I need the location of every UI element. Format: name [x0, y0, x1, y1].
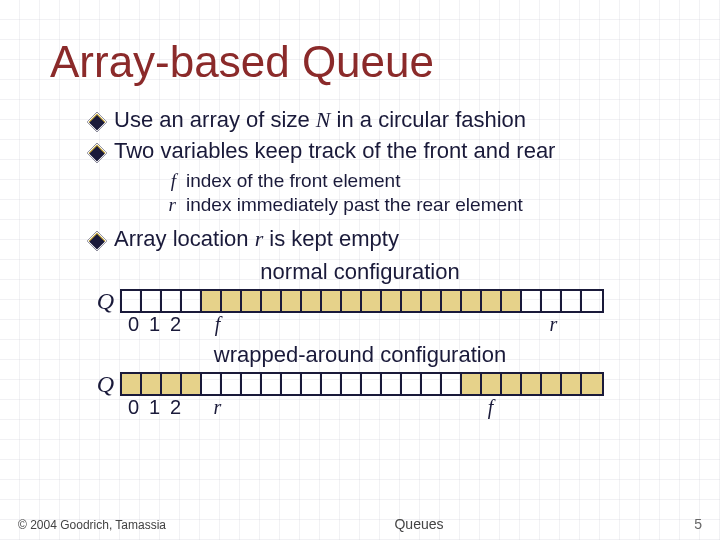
- array-cell: [522, 374, 542, 394]
- marker: [417, 397, 438, 417]
- marker: [522, 314, 543, 334]
- array-bar: [120, 372, 604, 396]
- array-cell: [522, 291, 542, 311]
- array-diagram-wrapped: Q 012rf: [90, 372, 630, 417]
- array-cell: [342, 374, 362, 394]
- array-cell: [582, 374, 602, 394]
- array-cell: [322, 291, 342, 311]
- bullet-item: Array location r is kept empty: [90, 225, 670, 254]
- marker: r: [207, 397, 228, 417]
- marker: [396, 397, 417, 417]
- bullet-text: Use an array of size: [114, 107, 316, 132]
- array-cell: [302, 374, 322, 394]
- array-label-q: Q: [90, 372, 120, 396]
- marker: [396, 314, 417, 334]
- array-cell: [262, 374, 282, 394]
- array-cell: [282, 374, 302, 394]
- marker: [291, 397, 312, 417]
- array-cell: [182, 374, 202, 394]
- marker: 0: [123, 314, 144, 334]
- sub-text: index of the front element: [186, 169, 400, 193]
- marker: [585, 397, 606, 417]
- marker-row: 012rf: [123, 396, 630, 417]
- marker: [564, 314, 585, 334]
- marker: [228, 314, 249, 334]
- array-bar: [120, 289, 604, 313]
- marker: [564, 397, 585, 417]
- array-cell: [382, 291, 402, 311]
- marker: [375, 314, 396, 334]
- array-cell: [462, 291, 482, 311]
- marker: [291, 314, 312, 334]
- array-cell: [142, 374, 162, 394]
- marker: [522, 397, 543, 417]
- array-cell: [122, 374, 142, 394]
- array-cell: [122, 291, 142, 311]
- array-cell: [542, 374, 562, 394]
- marker: f: [480, 397, 501, 417]
- array-cell: [362, 374, 382, 394]
- array-cell: [162, 374, 182, 394]
- array-cell: [502, 291, 522, 311]
- variable-r: r: [158, 193, 176, 217]
- marker: [186, 397, 207, 417]
- array-cell: [242, 374, 262, 394]
- marker: [249, 397, 270, 417]
- marker: [186, 314, 207, 334]
- array-diagram-normal: Q 012fr: [90, 289, 630, 334]
- marker: 1: [144, 397, 165, 417]
- marker: [354, 314, 375, 334]
- array-cell: [562, 291, 582, 311]
- marker: r: [543, 314, 564, 334]
- marker: [501, 314, 522, 334]
- marker-row: 012fr: [123, 313, 630, 334]
- array-cell: [362, 291, 382, 311]
- bullet-text: in a circular fashion: [330, 107, 526, 132]
- marker: [459, 397, 480, 417]
- array-cell: [382, 374, 402, 394]
- array-cell: [402, 374, 422, 394]
- marker: [333, 397, 354, 417]
- array-cell: [202, 291, 222, 311]
- marker: [270, 314, 291, 334]
- sub-item: f index of the front element: [158, 169, 670, 193]
- array-cell: [302, 291, 322, 311]
- sub-item: r index immediately past the rear elemen…: [158, 193, 670, 217]
- marker: [354, 397, 375, 417]
- marker: [312, 397, 333, 417]
- marker: [417, 314, 438, 334]
- array-cell: [262, 291, 282, 311]
- marker: [249, 314, 270, 334]
- array-cell: [502, 374, 522, 394]
- array-cell: [402, 291, 422, 311]
- diagram-caption-wrapped: wrapped-around configuration: [50, 342, 670, 368]
- diamond-icon: [87, 112, 107, 132]
- array-cell: [422, 291, 442, 311]
- bullet-list: Use an array of size N in a circular fas…: [50, 106, 670, 253]
- footer-center: Queues: [166, 516, 672, 532]
- page-title: Array-based Queue: [50, 40, 670, 84]
- marker: [438, 397, 459, 417]
- marker: [228, 397, 249, 417]
- array-cell: [482, 374, 502, 394]
- array-cell: [202, 374, 222, 394]
- bullet-item: Two variables keep track of the front an…: [90, 137, 670, 166]
- array-cell: [222, 291, 242, 311]
- array-cell: [342, 291, 362, 311]
- array-cell: [282, 291, 302, 311]
- array-cell: [442, 374, 462, 394]
- marker: [501, 397, 522, 417]
- array-cell: [582, 291, 602, 311]
- diagram-caption-normal: normal configuration: [50, 259, 670, 285]
- array-cell: [562, 374, 582, 394]
- bullet-text: Array location: [114, 226, 255, 251]
- variable-n: N: [316, 107, 331, 132]
- slide-footer: © 2004 Goodrich, Tamassia Queues 5: [0, 516, 720, 532]
- marker: [438, 314, 459, 334]
- marker: [270, 397, 291, 417]
- page-number: 5: [672, 516, 702, 532]
- marker: 2: [165, 314, 186, 334]
- marker: [375, 397, 396, 417]
- marker: [312, 314, 333, 334]
- variable-r: r: [255, 226, 264, 251]
